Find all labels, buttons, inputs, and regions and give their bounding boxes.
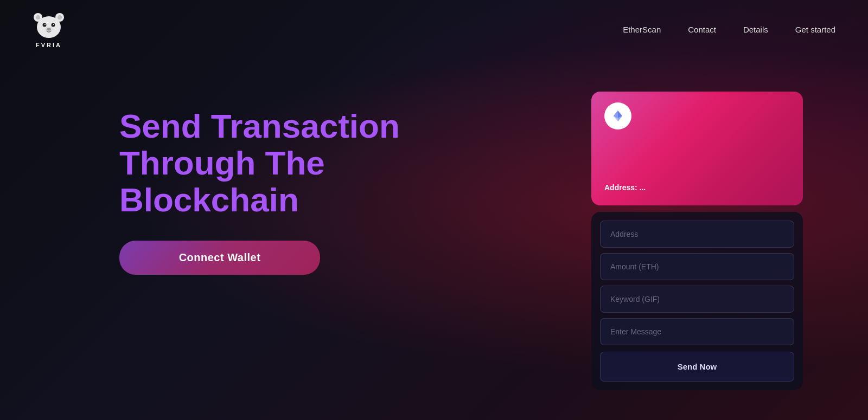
navbar: FVRIA EtherScan Contact Details Get star…: [0, 0, 868, 59]
address-input[interactable]: [600, 221, 794, 248]
address-label: Address: ...: [604, 183, 646, 192]
wallet-address: Address: ...: [604, 183, 790, 192]
right-section: Address: ... Send Now: [591, 92, 803, 390]
send-now-button[interactable]: Send Now: [600, 352, 794, 382]
left-section: Send Transaction Through The Blockchain …: [119, 92, 591, 275]
svg-point-4: [58, 15, 62, 20]
brand-logo-icon: [33, 11, 65, 41]
nav-etherscan[interactable]: EtherScan: [623, 25, 661, 34]
connect-wallet-button[interactable]: Connect Wallet: [119, 241, 320, 275]
svg-point-8: [53, 24, 54, 25]
ethereum-icon: [611, 109, 624, 122]
keyword-input[interactable]: [600, 286, 794, 313]
brand-name: FVRIA: [36, 42, 62, 48]
nav-details[interactable]: Details: [743, 25, 768, 34]
svg-point-7: [44, 24, 46, 25]
hero-title: Send Transaction Through The Blockchain: [119, 108, 401, 219]
wallet-card: Address: ...: [591, 92, 803, 205]
main-content: Send Transaction Through The Blockchain …: [0, 59, 868, 420]
nav-get-started[interactable]: Get started: [795, 25, 835, 34]
transaction-form: Send Now: [591, 212, 803, 390]
svg-point-3: [36, 15, 40, 20]
nav-links: EtherScan Contact Details Get started: [623, 25, 835, 34]
eth-logo-circle: [604, 102, 631, 130]
svg-point-5: [43, 23, 47, 27]
nav-contact[interactable]: Contact: [688, 25, 716, 34]
logo: FVRIA: [33, 11, 65, 48]
message-input[interactable]: [600, 318, 794, 345]
svg-point-10: [45, 27, 53, 32]
svg-point-6: [52, 23, 55, 27]
svg-marker-14: [614, 111, 618, 118]
amount-input[interactable]: [600, 253, 794, 280]
